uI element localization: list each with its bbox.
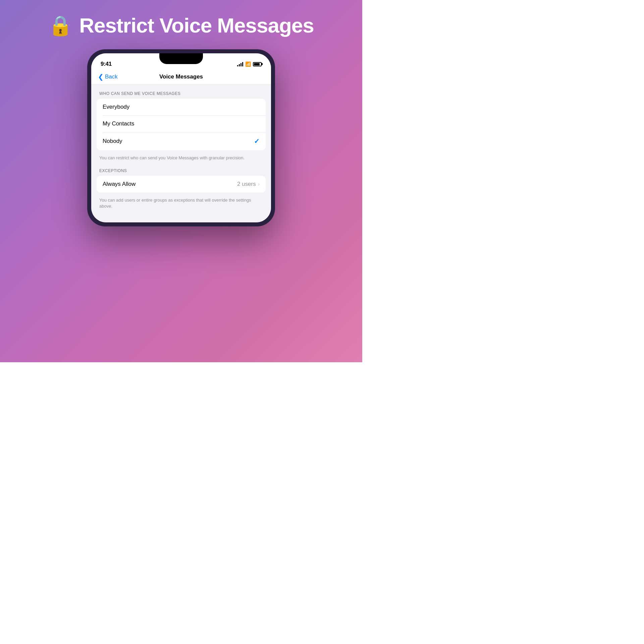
- chevron-right-icon: ›: [258, 181, 260, 187]
- back-button[interactable]: ❮ Back: [98, 73, 118, 80]
- phone-notch: [159, 53, 203, 64]
- always-allow-right: 2 users ›: [237, 181, 260, 187]
- option-everybody-label: Everybody: [103, 104, 129, 110]
- settings-group-who: Everybody My Contacts Nobody ✓: [97, 99, 266, 150]
- option-nobody[interactable]: Nobody ✓: [97, 132, 266, 150]
- settings-group-exceptions: Always Allow 2 users ›: [97, 176, 266, 193]
- always-allow-row[interactable]: Always Allow 2 users ›: [97, 176, 266, 193]
- option-my-contacts[interactable]: My Contacts: [97, 115, 266, 132]
- status-icons: 📶: [237, 61, 262, 67]
- phone-frame: 9:41 📶 ❮ Ba: [87, 49, 275, 226]
- nav-bar: ❮ Back Voice Messages: [91, 70, 271, 85]
- signal-icon: [237, 62, 243, 66]
- status-time: 9:41: [101, 61, 112, 67]
- screen-content: WHO CAN SEND ME VOICE MESSAGES Everybody…: [91, 85, 271, 222]
- section-who-label: WHO CAN SEND ME VOICE MESSAGES: [91, 91, 271, 99]
- back-chevron-icon: ❮: [98, 73, 104, 80]
- battery-icon: [253, 62, 262, 66]
- background: 🔒 Restrict Voice Messages 9:41 📶: [0, 0, 362, 362]
- always-allow-value: 2 users: [237, 181, 256, 187]
- nav-title: Voice Messages: [159, 73, 203, 80]
- wifi-icon: 📶: [245, 61, 251, 67]
- section-exceptions-label: EXCEPTIONS: [91, 168, 271, 176]
- lock-icon: 🔒: [48, 16, 72, 35]
- back-label[interactable]: Back: [105, 73, 118, 80]
- option-nobody-label: Nobody: [103, 138, 122, 145]
- header-row: 🔒 Restrict Voice Messages: [48, 13, 314, 37]
- option-my-contacts-label: My Contacts: [103, 120, 134, 127]
- phone-screen: 9:41 📶 ❮ Ba: [91, 53, 271, 222]
- section-who-helper: You can restrict who can send you Voice …: [91, 152, 271, 167]
- checkmark-icon: ✓: [254, 137, 260, 145]
- option-everybody[interactable]: Everybody: [97, 99, 266, 115]
- always-allow-label: Always Allow: [103, 181, 136, 187]
- section-exceptions-helper: You can add users or entire groups as ex…: [91, 195, 271, 215]
- page-title: Restrict Voice Messages: [79, 13, 314, 37]
- exceptions-section: EXCEPTIONS Always Allow 2 users › You ca…: [91, 168, 271, 215]
